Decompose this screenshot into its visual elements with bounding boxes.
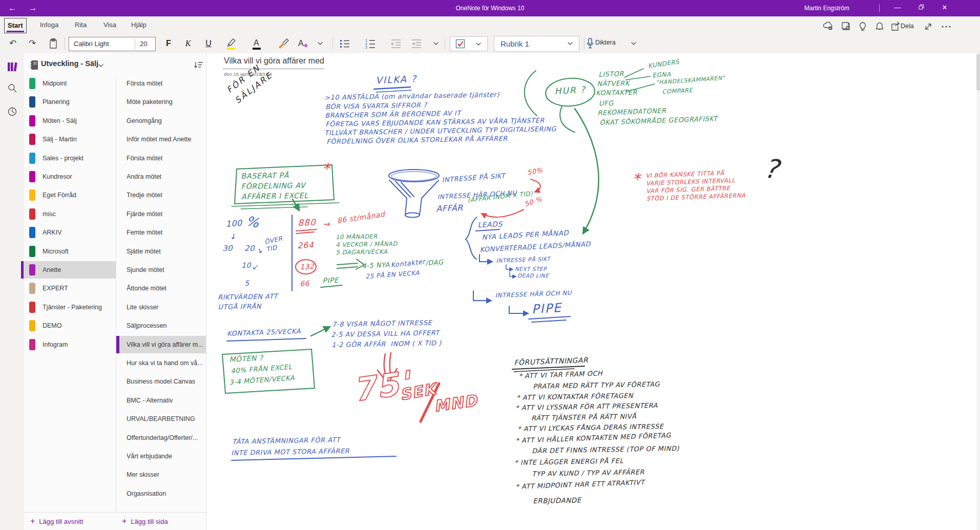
onenote-window: ← → OneNote för Windows 10 Martin Engstr…	[0, 0, 980, 530]
tab-infoga[interactable]: Infoga	[37, 18, 61, 32]
section-color-tab	[29, 134, 35, 145]
sidebar-section-demo[interactable]: DEMO	[21, 317, 116, 334]
paragraph-more-chevron-icon[interactable]	[431, 37, 441, 50]
page-item-label: Säljprocessen	[127, 317, 167, 334]
restore-button[interactable]	[909, 0, 933, 16]
bullet-list-icon[interactable]	[338, 37, 351, 50]
scrollbar-track[interactable]	[976, 53, 980, 530]
bell-icon[interactable]	[873, 20, 886, 33]
page-item[interactable]: Fjärde mötet	[116, 205, 206, 223]
sidebar-section-sales-projekt[interactable]: Sales - projekt	[21, 150, 116, 167]
tab-rita[interactable]: Rita	[72, 18, 90, 32]
sort-pages-icon[interactable]	[194, 60, 204, 69]
sync-cloud-icon[interactable]	[822, 20, 835, 33]
font-more-chevron-icon[interactable]	[316, 37, 325, 50]
dictate-label[interactable]: Diktera	[595, 39, 616, 46]
selected-indicator	[116, 336, 119, 353]
page-item[interactable]: Hur ska vi ta hand om vå...	[116, 354, 206, 372]
sidebar-section-infogram[interactable]: Infogram	[21, 336, 116, 353]
add-section-button[interactable]: +Lägg till avsnitt	[24, 512, 122, 530]
todo-tag-dropdown[interactable]	[450, 36, 488, 51]
sidebar-section-kundresor[interactable]: Kundresor	[21, 168, 116, 185]
redo-button[interactable]: ↷	[26, 36, 39, 51]
page-item[interactable]: Mer skisser	[116, 466, 206, 483]
sidebar-section-expert[interactable]: EXPERT	[21, 280, 116, 297]
dictate-chevron-icon[interactable]	[629, 37, 638, 50]
page-item[interactable]: Första mötet	[116, 75, 206, 92]
page-item[interactable]: Femte mötet	[116, 224, 206, 241]
sidebar-section-midpoint[interactable]: Midpoint	[21, 75, 116, 92]
sidebar-section-microsoft[interactable]: Microsoft	[21, 243, 116, 260]
undo-button[interactable]: ↶	[6, 36, 19, 51]
highlighter-icon[interactable]	[224, 37, 238, 50]
page-item[interactable]: Säljprocessen	[116, 317, 206, 334]
sidebar-section-s-lj-martin[interactable]: Sälj - Martin	[21, 131, 116, 148]
page-item[interactable]: Orgasnisation	[116, 485, 206, 502]
page-item[interactable]: Lite skisser	[116, 299, 206, 316]
lightbulb-icon[interactable]	[857, 20, 869, 33]
share-label[interactable]: Dela	[901, 23, 914, 30]
page-item[interactable]: Åttonde mötet	[116, 280, 206, 297]
add-page-button[interactable]: +Lägg till sida	[116, 512, 212, 530]
sidebar-section-arkiv[interactable]: ARKIV	[21, 224, 116, 241]
page-item-label: Offertunderlag/Offerter/...	[127, 429, 198, 447]
titlebar-separator	[879, 4, 880, 12]
clear-formatting-icon[interactable]: A	[296, 37, 309, 50]
font-name-value[interactable]: Calibri Light	[74, 37, 109, 51]
page-item[interactable]: Business model Canvas	[116, 373, 206, 390]
underline-button[interactable]: U	[202, 36, 215, 51]
ellipsis-icon[interactable]	[940, 20, 952, 33]
scrollbar-thumb[interactable]	[976, 54, 980, 90]
recent-notes-clock-icon[interactable]	[7, 107, 17, 117]
page-item[interactable]: Möte paketering	[116, 93, 206, 111]
notebooks-library-icon[interactable]	[6, 60, 18, 73]
page-item[interactable]: Vilka vill vi göra affärer m...	[116, 336, 206, 353]
page-item[interactable]: Sjätte mötet	[116, 243, 206, 260]
page-item-label: Sjunde mötet	[127, 261, 164, 279]
increase-indent-icon[interactable]	[410, 37, 423, 50]
sidebar-section-tj-nster-paketering[interactable]: Tjänster - Paketering	[21, 299, 116, 316]
page-item[interactable]: Första mötet	[116, 150, 206, 167]
page-item[interactable]: Inför mötet med Anette	[116, 131, 206, 148]
sidebar-section-anette[interactable]: Anette	[21, 261, 116, 279]
svg-text:3: 3	[365, 46, 367, 49]
notebook-chevron-icon[interactable]	[97, 63, 105, 69]
page-item[interactable]: URVAL/BEARBETNING	[116, 410, 206, 428]
notebook-name[interactable]: Utveckling - Sälj	[41, 59, 98, 68]
page-title[interactable]: Vilka vill vi göra affärer med	[224, 56, 324, 66]
format-painter-icon[interactable]	[277, 37, 290, 50]
minimize-button[interactable]: —	[886, 0, 909, 16]
note-canvas[interactable]	[206, 53, 976, 530]
font-selector[interactable]: Calibri Light 20	[69, 37, 156, 51]
search-icon[interactable]	[7, 83, 17, 93]
sidebar-section-eget-f-rr-d[interactable]: Eget Förråd	[21, 186, 116, 204]
tab-start[interactable]: Start	[4, 18, 27, 33]
style-dropdown[interactable]: Rubrik 1	[494, 36, 579, 52]
paste-clipboard-icon[interactable]	[47, 37, 59, 50]
page-item[interactable]: Genomgång	[116, 112, 206, 130]
sticky-notes-icon[interactable]	[840, 20, 852, 33]
toolbar-divider	[65, 37, 65, 50]
page-item[interactable]: Tredje mötet	[116, 186, 206, 204]
tab-visa[interactable]: Visa	[100, 18, 119, 32]
user-name[interactable]: Martin Engström	[804, 0, 849, 16]
sidebar-section-misc[interactable]: misc	[21, 205, 116, 223]
font-size-value[interactable]: 20	[140, 37, 147, 51]
fullscreen-icon[interactable]	[922, 20, 934, 33]
numbered-list-icon[interactable]: 123	[364, 37, 377, 50]
page-item[interactable]: Vårt erbjudande	[116, 448, 206, 465]
sidebar-section-m-ten-s-lj[interactable]: Möten - Sälj	[21, 112, 116, 130]
page-item[interactable]: Andra mötet	[116, 168, 206, 185]
sidebar-section-planering[interactable]: Planering	[21, 93, 116, 111]
share-icon[interactable]	[889, 20, 901, 33]
dictate-mic-icon[interactable]	[586, 37, 594, 50]
page-item[interactable]: Offertunderlag/Offerter/...	[116, 429, 206, 447]
italic-button[interactable]: K	[181, 36, 195, 51]
page-item[interactable]: Sjunde mötet	[116, 261, 206, 279]
tab-hjalp[interactable]: Hjälp	[128, 18, 150, 32]
close-button[interactable]: ✕	[933, 0, 956, 16]
bold-button[interactable]: F	[162, 36, 175, 51]
decrease-indent-icon[interactable]	[389, 37, 403, 50]
page-item[interactable]: BMC - Alternativ	[116, 392, 206, 409]
font-color-icon[interactable]: A	[250, 37, 263, 50]
